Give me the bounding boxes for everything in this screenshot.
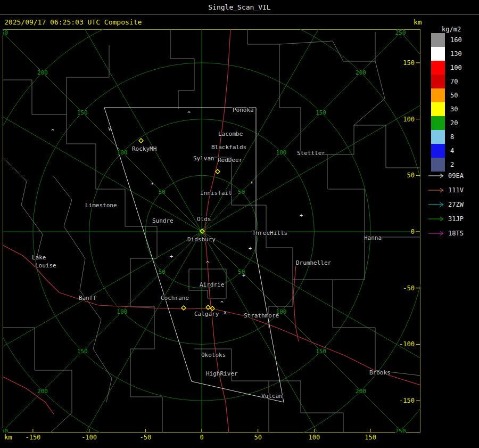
county-boundary-line [269, 381, 343, 433]
ring-distance-label: 50 [159, 189, 166, 196]
bottom-axis-unit-label: km [4, 434, 12, 441]
radar-id: 09EA [448, 172, 464, 180]
point-marker-icon: ^ [206, 260, 209, 266]
city-label: Lacombe [218, 131, 243, 137]
city-label: Banff [79, 295, 96, 302]
right-axis-tick-label: 100 [403, 116, 415, 123]
colorbar-entry: 4 [431, 144, 462, 158]
highway-line [293, 266, 299, 341]
city-label: Ponoka [233, 107, 254, 113]
colorbar-swatch [431, 144, 445, 158]
city-label: Lake [32, 254, 46, 261]
county-boundary-line [210, 157, 232, 205]
county-boundary-line [333, 237, 420, 376]
point-marker-icon: ^ [187, 111, 191, 117]
city-label: Innisfail [200, 190, 232, 197]
ring-distance-label: 100 [117, 149, 128, 156]
county-boundary-line [269, 280, 293, 328]
city-label: Brooks [369, 369, 391, 376]
radar-id: 27ZW [448, 201, 464, 208]
colorbar-value: 130 [450, 50, 462, 58]
colorbar-value: 4 [450, 147, 454, 154]
county-boundary-line [67, 45, 109, 115]
point-marker-icon: v [108, 126, 111, 132]
city-label: Cochrane [161, 295, 189, 302]
radar-viewer-window: Single_Scan_VIL 2025/09/17 06:25:03 UTC … [0, 0, 479, 448]
right-axis-tick-label: 0 [411, 228, 415, 235]
colorbar-swatch [431, 88, 445, 102]
city-label: Strathmore [244, 312, 279, 319]
title-bar: Single_Scan_VIL [0, 0, 479, 14]
colorbar-entries: 16013010070503020842 [431, 33, 462, 172]
ring-distance-label: 50 [159, 268, 166, 275]
map-svg[interactable]: 5050505010010010010015015015015020020020… [3, 29, 420, 433]
county-boundary-line [125, 226, 157, 306]
colorbar-entry: 130 [431, 47, 462, 61]
colorbar-entry: 160 [431, 33, 462, 47]
radar-arrow-icon [428, 216, 445, 222]
radar-scan-boundary [104, 108, 284, 402]
colorbar-swatch [431, 75, 445, 88]
ring-distance-label: 200 [356, 388, 366, 395]
radar-arrow-icon [428, 188, 445, 193]
city-label: Blackfalds [211, 144, 246, 151]
city-label: Airdrie [200, 281, 224, 288]
city-labels: PonokaLacombeBlackfaldsSylvanRedDeerRock… [32, 107, 391, 400]
ring-distance-label: 200 [356, 69, 366, 76]
county-boundary-line [170, 29, 194, 109]
colorbar-swatch [431, 102, 445, 116]
radar-id: 31JP [448, 215, 464, 223]
city-label: Olds [197, 216, 211, 223]
county-boundary-line [130, 306, 162, 433]
ring-distance-label: 150 [316, 348, 326, 355]
colorbar-entry: 8 [431, 130, 462, 144]
radar-legend-item: 18TS [428, 226, 464, 240]
county-boundary-line [3, 328, 72, 433]
colorbar-entry: 30 [431, 102, 462, 116]
radar-arrow-icon [428, 202, 445, 207]
ring-distance-label: 150 [77, 109, 88, 116]
window-title: Single_Scan_VIL [208, 3, 270, 11]
ring-distance-label: 100 [117, 308, 128, 315]
bottom-axis-tick-label: 150 [365, 434, 376, 441]
city-label: Calgary [194, 311, 219, 317]
colorbar-entry: 50 [431, 88, 462, 102]
city-label: Stettler [297, 150, 325, 157]
colorbar-value: 70 [450, 78, 458, 85]
city-label: Vulcan [261, 393, 283, 400]
right-axis-unit-label: km [414, 18, 422, 26]
colorbar-entry: 100 [431, 61, 462, 75]
right-axis-tick-label: -150 [399, 397, 415, 404]
bottom-axis-tick-label: 100 [309, 434, 320, 441]
right-axis-tick-label: 150 [403, 59, 415, 67]
county-boundary-line [354, 125, 420, 168]
map-area: 5050505010010010010015015015015020020020… [3, 29, 420, 433]
range-spoke [3, 29, 202, 232]
county-boundary-line [328, 189, 420, 237]
county-boundary-line [232, 205, 333, 280]
radar-arrow-icon [428, 231, 445, 236]
colorbar-value: 160 [450, 36, 462, 44]
colorbar-unit-label: kg/m2 [442, 26, 461, 33]
ring-distance-label: 150 [316, 109, 326, 116]
ring-distance-label: 200 [37, 388, 48, 395]
city-marker-diamond-icon [216, 169, 220, 174]
highway-line [3, 377, 54, 414]
scan-timestamp: 2025/09/17 06:25:03 UTC Composite [4, 18, 142, 26]
point-marker-icon: ^ [51, 128, 54, 134]
colorbar-value: 20 [450, 119, 458, 127]
city-label: Louise [35, 262, 56, 269]
radar-legend-item: 27ZW [428, 197, 464, 211]
point-marker-icon: + [300, 213, 303, 218]
bottom-axis-tick-label: -100 [81, 434, 97, 441]
colorbar-swatch [431, 47, 445, 61]
ring-distance-label: 250 [395, 29, 406, 36]
radar-legend-list: 09EA 111V 27ZW 31JP 18TS [428, 168, 464, 240]
title-separator [0, 14, 479, 14]
bottom-axis-tick-label: -50 [139, 434, 151, 441]
ring-distance-label: 250 [3, 428, 8, 433]
colorbar-value: 30 [450, 105, 458, 113]
ring-distance-label: 100 [276, 149, 287, 156]
colorbar-value: 2 [450, 161, 454, 168]
radar-legend-item: 09EA [428, 168, 464, 183]
